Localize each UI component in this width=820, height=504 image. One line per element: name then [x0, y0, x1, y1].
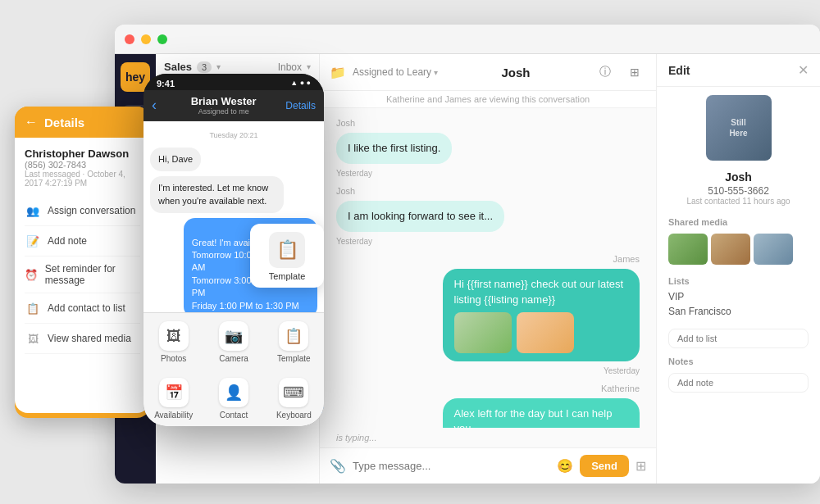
phone-nav-bar: ‹ Brian Wester Assigned to me Details — [144, 90, 324, 121]
template-icon-box: 📋 — [269, 232, 305, 268]
assign-label: Assign conversation — [48, 205, 135, 216]
add-to-list-input[interactable] — [668, 329, 809, 348]
attach-icon[interactable]: ⊞ — [636, 458, 646, 474]
maximize-button[interactable] — [157, 34, 167, 44]
msg-bubble-1: I like the first listing. — [336, 133, 452, 164]
action-camera[interactable]: 📷 Camera — [203, 313, 263, 370]
msg-time-3: Yesterday — [604, 366, 640, 375]
contact-avatar: StillHere — [706, 95, 772, 161]
action-availability[interactable]: 📅 Availability — [144, 370, 203, 426]
side-details-body: Christopher Dawson (856) 302-7843 Last m… — [15, 138, 150, 413]
msg-bubble-3: Hi {{first name}} check out our latest l… — [443, 269, 640, 361]
send-button[interactable]: Send — [580, 455, 629, 477]
msg-sender-2: Josh — [336, 186, 355, 196]
action-photos[interactable]: 🖼 Photos — [144, 313, 203, 370]
right-panel: Edit ✕ StillHere Josh 510-555-3662 Last … — [656, 54, 820, 484]
phone-status-bar: 9:41 ▲ ● ● — [144, 74, 324, 90]
msg-bubble-2: I am looking forward to see it... — [336, 201, 504, 232]
note-label: Add note — [48, 235, 87, 247]
side-menu-reminder[interactable]: ⏰ Set reminder for message — [25, 257, 140, 293]
side-details-panel: ← Details Christopher Dawson (856) 302-7… — [15, 107, 150, 418]
inbox-dropdown-icon[interactable]: ▾ — [307, 62, 311, 71]
viewer-notice: Katherine and James are viewing this con… — [320, 91, 656, 108]
phone-details-link[interactable]: Details — [285, 100, 316, 111]
grid-icon[interactable]: ⊞ — [623, 61, 646, 84]
phone-back-btn[interactable]: ‹ — [152, 97, 157, 114]
side-menu-add-list[interactable]: 📋 Add contact to list — [25, 293, 140, 324]
msg-text-3: Hi {{first name}} check out our latest l… — [454, 278, 624, 305]
contact-icon: 👤 — [219, 378, 248, 407]
shared-media-label: Shared media — [657, 212, 820, 230]
msg-group-4: Katherine Alex left for the day but I ca… — [336, 384, 640, 428]
template-img-2 — [517, 312, 574, 353]
lists-label: Lists — [657, 271, 820, 289]
chat-header-icons: ⓘ ⊞ — [594, 61, 646, 84]
list-item-vip: VIP — [668, 289, 809, 304]
msg-bubble-4: Alex left for the day but I can help you… — [443, 398, 640, 428]
typing-indicator: is typing... — [320, 428, 656, 447]
side-back-icon[interactable]: ← — [25, 115, 38, 129]
action-template[interactable]: 📋 Template — [264, 313, 324, 370]
chat-contact-name: Josh — [438, 66, 594, 79]
side-menu-note[interactable]: 📝 Add note — [25, 226, 140, 257]
action-keyboard[interactable]: ⌨ Keyboard — [264, 370, 324, 426]
camera-label: Camera — [219, 354, 248, 363]
shared-media — [657, 230, 820, 271]
msg-group-2: Josh I am looking forward to see it... Y… — [336, 186, 640, 246]
media-icon: 🖼 — [25, 330, 41, 347]
phone-msg-2: I'm interested. Let me know when you're … — [150, 176, 284, 213]
msg-group-1: Josh I like the first listing. Yesterday — [336, 118, 640, 178]
avatar-placeholder: StillHere — [729, 117, 747, 138]
msg-sender-1: Josh — [336, 118, 355, 128]
media-thumb-2[interactable] — [711, 234, 750, 265]
phone-time: 9:41 — [157, 79, 175, 89]
side-contact-time: Last messaged · October 4, 2017 4:27:19 … — [25, 170, 140, 188]
inbox-label: Inbox — [278, 61, 302, 73]
template-label-bottom: Template — [277, 354, 311, 363]
action-template-wrapper: 📋 Template 📋 Template — [264, 313, 324, 370]
side-menu-media[interactable]: 🖼 View shared media — [25, 324, 140, 354]
phone-msg-1: Hi, Dave — [150, 148, 201, 171]
reminder-label: Set reminder for message — [45, 263, 140, 286]
right-panel-title: Edit — [668, 64, 690, 77]
add-note-input[interactable] — [668, 373, 809, 393]
template-popup-label[interactable]: Template — [269, 271, 306, 281]
side-contact-phone: (856) 302-7843 — [25, 160, 140, 170]
side-details-header: ← Details — [15, 107, 150, 138]
media-thumb-3[interactable] — [754, 234, 793, 265]
info-icon[interactable]: ⓘ — [594, 61, 617, 84]
messages: Josh I like the first listing. Yesterday… — [320, 108, 656, 428]
minimize-button[interactable] — [141, 34, 151, 44]
contact-phone: 510-555-3662 — [657, 185, 820, 197]
contact-label: Contact — [220, 411, 248, 420]
assign-icon: 👥 — [25, 202, 41, 219]
title-bar — [115, 25, 820, 54]
photos-icon: 🖼 — [159, 321, 189, 351]
right-panel-close[interactable]: ✕ — [798, 62, 809, 78]
paperclip-icon[interactable]: 📎 — [330, 458, 346, 474]
phone-overlay: 9:41 ▲ ● ● ‹ Brian Wester Assigned to me… — [144, 74, 324, 426]
chat-input[interactable] — [353, 460, 550, 472]
media-label: View shared media — [48, 333, 131, 344]
side-menu-assign[interactable]: 👥 Assign conversation — [25, 196, 140, 226]
conv-dropdown-icon[interactable]: ▾ — [216, 62, 221, 71]
reminder-icon: ⏰ — [25, 266, 39, 283]
note-icon: 📝 — [25, 233, 41, 249]
contact-name: Josh — [657, 169, 820, 185]
template-images — [454, 312, 629, 353]
camera-icon: 📷 — [219, 321, 248, 351]
add-list-label: Add contact to list — [48, 302, 125, 314]
phone-date: Tuesday 20:21 — [150, 131, 317, 139]
lists-section: VIP San Francisco — [657, 289, 820, 325]
chat-input-area: 📎 😊 Send ⊞ — [320, 447, 656, 484]
conv-header-title: Sales — [164, 61, 192, 73]
media-thumb-1[interactable] — [668, 234, 708, 265]
phone-contact-sub: Assigned to me — [162, 107, 285, 116]
emoji-icon[interactable]: 😊 — [557, 458, 573, 474]
msg-time-2: Yesterday — [336, 237, 372, 246]
msg-time-1: Yesterday — [336, 169, 372, 178]
action-contact[interactable]: 👤 Contact — [203, 370, 263, 426]
close-button[interactable] — [125, 34, 134, 44]
chat-area: 📁 Assigned to Leary ▾ Josh ⓘ ⊞ Katherine… — [320, 54, 656, 484]
phone-contact-name: Brian Wester — [162, 95, 285, 107]
